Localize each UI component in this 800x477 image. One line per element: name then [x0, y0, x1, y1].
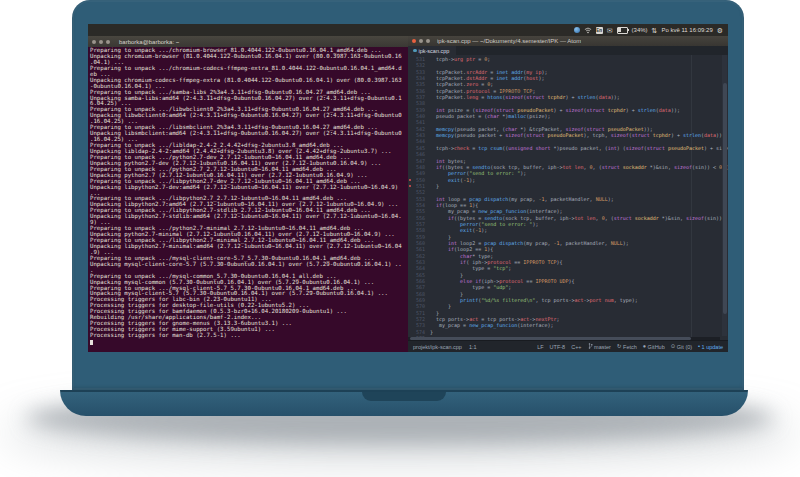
terminal-line: Unpacking libpython2.7-minimal:amd64 (2.… — [90, 244, 408, 250]
git-icon: ⊙ — [671, 344, 676, 350]
session-gear-icon[interactable]: ⚙ — [717, 27, 723, 34]
network-arrows-icon[interactable]: ⇅ — [652, 27, 658, 34]
status-label: UTF-8 — [550, 344, 566, 350]
sync-icon: ↻ — [617, 344, 622, 350]
terminal-line: Unpacking libpython2.7-stdlib:amd64 (2.7… — [90, 214, 408, 220]
status-1-update[interactable]: ▪1 update — [698, 344, 723, 350]
battery-tip — [627, 29, 629, 31]
github-icon: ● — [643, 344, 646, 350]
status-fetch[interactable]: ↻Fetch — [617, 344, 637, 350]
horizontal-scrollbar[interactable] — [408, 337, 720, 341]
laptop-base — [60, 390, 748, 416]
update-icon: ▪ — [698, 344, 700, 350]
window-maximize-button[interactable] — [106, 40, 110, 44]
status-lf[interactable]: LF — [537, 344, 543, 350]
window-close-button[interactable] — [412, 39, 416, 43]
status-label: master — [594, 344, 611, 350]
status-utf-8[interactable]: UTF-8 — [550, 344, 566, 350]
scrollbar-thumb[interactable] — [723, 83, 727, 313]
status-label: Git (0) — [677, 344, 692, 350]
window-minimize-button[interactable] — [419, 39, 423, 43]
status-github[interactable]: ●GitHub — [643, 344, 665, 350]
app-indicator-icon[interactable] — [574, 27, 580, 33]
status-bar: projekt/ipk-scan.cpp1:1 LFUTF-8C++master… — [408, 340, 728, 352]
terminal-cursor — [90, 340, 93, 345]
terminal-line: Unpacking libpython2.7-dev:amd64 (2.7.12… — [90, 185, 408, 191]
terminal-line: Unpacking samba-libs:amd64 (2:4.3.11+dfs… — [90, 96, 408, 102]
code-lines: 531 tcph->urg_ptr = 0;532533 tcpPacket.s… — [408, 56, 728, 340]
battery-percentage: (34%) — [632, 27, 648, 33]
scrollbar-thumb[interactable] — [410, 337, 691, 340]
status-git-0-[interactable]: ⊙Git (0) — [671, 344, 692, 350]
window-minimize-button[interactable] — [99, 40, 103, 44]
screen: En ✉ (34%) ⇅ Po kvě 11 16:09:29 ⚙ barbor… — [88, 24, 728, 352]
status-1-1[interactable]: 1:1 — [469, 344, 477, 350]
laptop-mockup: En ✉ (34%) ⇅ Po kvě 11 16:09:29 ⚙ barbor… — [0, 0, 800, 477]
status-master[interactable]: master — [588, 343, 611, 351]
tab-label: ipk-scan.cpp — [419, 48, 450, 54]
editor-window: ipk-scan.cpp — ~/Dokumenty/4.semester/IP… — [408, 36, 728, 352]
status-label: projekt/ipk-scan.cpp — [413, 344, 462, 350]
terminal-window: barborka@barborka: ~ Preparing to unpack… — [88, 36, 408, 352]
window-close-button[interactable] — [92, 40, 96, 44]
status-left: projekt/ipk-scan.cpp1:1 — [413, 344, 477, 350]
tab-bar: ipk-scan.cpp — [408, 46, 728, 55]
terminal-output[interactable]: Preparing to unpack .../chromium-browser… — [88, 47, 408, 352]
status-label: LF — [537, 344, 543, 350]
code-editor[interactable]: 531 tcph->urg_ptr = 0;532533 tcpPacket.s… — [408, 55, 728, 340]
desktop-windows: barborka@barborka: ~ Preparing to unpack… — [88, 36, 728, 352]
mail-icon[interactable]: ✉ — [607, 27, 613, 34]
status-label: 1:1 — [469, 344, 477, 350]
tab-ipk-scan-cpp[interactable]: ipk-scan.cpp — [408, 46, 456, 55]
status-c-[interactable]: C++ — [571, 344, 581, 350]
terminal-title: barborka@barborka: ~ — [119, 39, 179, 45]
laptop-notch — [362, 392, 446, 401]
terminal-line: Unpacking mysql-client-core-5.7 (5.7.30-… — [90, 262, 408, 268]
status-label: C++ — [571, 344, 581, 350]
status-label: 1 update — [702, 344, 723, 350]
terminal-line: Preparing to unpack .../chromium-codecs-… — [90, 66, 408, 72]
editor-titlebar[interactable]: ipk-scan.cpp — ~/Dokumenty/4.semester/IP… — [408, 36, 728, 46]
window-maximize-button[interactable] — [426, 39, 430, 43]
editor-title: ipk-scan.cpp — ~/Dokumenty/4.semester/IP… — [437, 38, 581, 44]
status-right: LFUTF-8C++master↻Fetch●GitHub⊙Git (0)▪1 … — [537, 343, 723, 351]
wifi-icon[interactable] — [584, 27, 592, 34]
battery-icon[interactable] — [617, 27, 628, 34]
status-label: GitHub — [648, 344, 665, 350]
clock[interactable]: Po kvě 11 16:09:29 — [661, 27, 712, 33]
laptop-lid: En ✉ (34%) ⇅ Po kvě 11 16:09:29 ⚙ barbor… — [72, 0, 744, 390]
status-label: Fetch — [623, 344, 637, 350]
vertical-scrollbar[interactable] — [722, 55, 727, 336]
terminal-line: Unpacking chromium-browser (81.0.4044.12… — [90, 54, 408, 60]
keyboard-layout-icon[interactable]: En — [596, 27, 603, 34]
terminal-titlebar[interactable]: barborka@barborka: ~ — [88, 36, 408, 47]
status-projekt-ipk-scan-cpp[interactable]: projekt/ipk-scan.cpp — [413, 344, 462, 350]
top-panel: En ✉ (34%) ⇅ Po kvě 11 16:09:29 ⚙ — [88, 24, 728, 36]
battery-fill — [618, 28, 621, 32]
branch-icon — [588, 343, 593, 351]
cpp-file-icon — [413, 49, 417, 53]
system-tray: En ✉ (34%) ⇅ Po kvě 11 16:09:29 ⚙ — [574, 27, 728, 34]
